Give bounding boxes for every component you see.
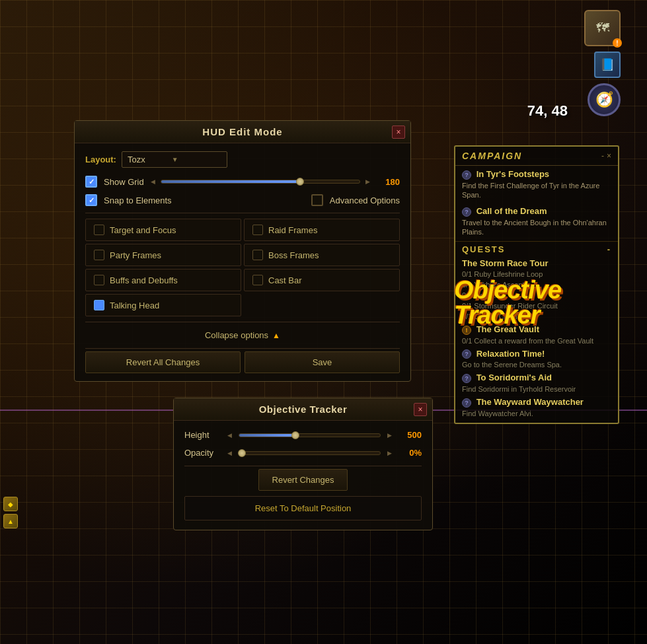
module-talking-label: Talking Head bbox=[110, 301, 159, 310]
grid-slider-thumb[interactable] bbox=[296, 178, 304, 186]
module-raid-label: Raid Frames bbox=[268, 225, 317, 235]
quest-icon-1: ? bbox=[462, 170, 471, 180]
layout-value: Tozx bbox=[128, 155, 145, 164]
reset-default-button[interactable]: Reset To Default Position bbox=[184, 496, 422, 520]
quests-collapse[interactable]: - bbox=[607, 244, 611, 254]
opacity-slider-track[interactable] bbox=[239, 451, 381, 455]
collapse-row[interactable]: Collapse options ▲ bbox=[85, 325, 400, 345]
module-boss-frames[interactable]: Boss Frames bbox=[244, 244, 400, 266]
height-slider-track[interactable] bbox=[239, 433, 381, 437]
objective-tracker-panel: Objective Tracker × Height ◀ ▶ 500 Opaci… bbox=[173, 398, 433, 530]
campaign-item-1-title: ? In Tyr's Footsteps bbox=[462, 169, 611, 180]
campaign-item-2: ? Call of the Dream Travel to the Ancien… bbox=[455, 203, 618, 240]
obj-panel-body: Height ◀ ▶ 500 Opacity ◀ ▶ 0% Revert Cha… bbox=[174, 421, 432, 530]
grid-slider-value: 180 bbox=[377, 177, 400, 187]
quest-warn-icon: ! bbox=[462, 326, 471, 335]
opacity-slider-thumb[interactable] bbox=[238, 449, 246, 457]
show-grid-label: Show Grid bbox=[104, 177, 144, 187]
quest-soridormi: ? To Soridormi's Aid bbox=[455, 370, 618, 384]
module-talking-head[interactable]: Talking Head bbox=[85, 294, 241, 316]
warning-icon: ▲ bbox=[272, 331, 280, 340]
obj-panel-header: Objective Tracker × bbox=[174, 398, 432, 421]
snap-check-mark: ✓ bbox=[89, 196, 95, 205]
hud-panel-header: HUD Edit Mode × bbox=[75, 121, 410, 143]
check-mark: ✓ bbox=[89, 178, 95, 186]
campaign-item-1: ? In Tyr's Footsteps Find the First Chal… bbox=[455, 166, 618, 203]
grid-slider-row: ◀ ▶ bbox=[151, 178, 370, 185]
tracker-bg: CAMPAIGN - × ? In Tyr's Footsteps Find t… bbox=[454, 145, 619, 424]
module-talking-checkbox bbox=[94, 300, 104, 310]
quest-stormrace: The Storm Race Tour bbox=[455, 256, 618, 269]
action-buttons: Revert All Changes Save bbox=[85, 351, 400, 373]
layout-dropdown[interactable]: Tozx ▼ bbox=[122, 151, 227, 168]
show-grid-checkbox[interactable]: ✓ bbox=[85, 176, 97, 188]
campaign-close[interactable]: × bbox=[607, 151, 611, 161]
opacity-value: 0% bbox=[399, 448, 422, 458]
quest-relax: ? Relaxation Time! bbox=[455, 346, 618, 360]
height-slider-thumb[interactable] bbox=[291, 431, 299, 439]
save-button[interactable]: Save bbox=[245, 351, 400, 373]
adv-options-row: Advanced Options bbox=[311, 194, 400, 206]
modules-grid: Target and Focus Raid Frames Party Frame… bbox=[85, 219, 400, 316]
quest-stormrace-1: 0/1 Ruby Lifeshrine Loop bbox=[455, 269, 618, 279]
module-raid-checkbox bbox=[252, 225, 263, 235]
quest-q-icon-4: ? bbox=[462, 374, 471, 383]
separator-2 bbox=[85, 322, 400, 322]
separator-3 bbox=[85, 348, 400, 349]
obj-panel-title: Objective Tracker bbox=[259, 404, 348, 415]
opacity-label: Opacity bbox=[184, 448, 221, 458]
hud-close-button[interactable]: × bbox=[392, 125, 405, 139]
layout-label: Layout: bbox=[85, 155, 116, 164]
map-icon[interactable]: 🗺 ! bbox=[584, 10, 621, 46]
top-right-icons: 🗺 ! 📘 🧭 bbox=[584, 10, 621, 116]
slider-left-arrow[interactable]: ◀ bbox=[151, 178, 155, 185]
small-icon-2[interactable]: ▲ bbox=[3, 514, 18, 528]
snap-label: Snap to Elements bbox=[104, 196, 172, 205]
module-party-checkbox bbox=[94, 250, 104, 260]
hud-edit-panel: HUD Edit Mode × Layout: Tozx ▼ ✓ Show Gr… bbox=[74, 120, 411, 382]
campaign-title: CAMPAIGN bbox=[462, 151, 522, 161]
module-cast-label: Cast Bar bbox=[268, 275, 302, 285]
grid-slider-track[interactable] bbox=[161, 180, 360, 184]
revert-changes-button[interactable]: Revert Changes bbox=[258, 469, 348, 491]
opacity-right-arrow[interactable]: ▶ bbox=[387, 450, 392, 456]
height-right-arrow[interactable]: ▶ bbox=[387, 432, 392, 439]
height-left-arrow[interactable]: ◀ bbox=[227, 432, 232, 439]
module-party-frames[interactable]: Party Frames bbox=[85, 244, 241, 266]
quest-q-icon-3: ? bbox=[462, 349, 471, 359]
book-icon[interactable]: 📘 bbox=[594, 52, 621, 78]
quest-vault-1: 0/1 Collect a reward from the Great Vaul… bbox=[455, 336, 618, 346]
module-target-focus[interactable]: Target and Focus bbox=[85, 219, 241, 241]
campaign-item-2-title: ? Call of the Dream bbox=[462, 206, 611, 217]
small-icon-1[interactable]: ◆ bbox=[3, 497, 18, 511]
slider-right-arrow[interactable]: ▶ bbox=[365, 178, 370, 185]
module-buffs-label: Buffs and Debuffs bbox=[110, 275, 178, 285]
adv-options-label: Advanced Options bbox=[330, 196, 400, 205]
adv-options-checkbox[interactable] bbox=[311, 194, 323, 206]
quest-stormrace-3: 0/1 Tyr's… bbox=[455, 290, 618, 301]
height-slider-fill bbox=[239, 434, 295, 437]
opacity-row: Opacity ◀ ▶ 0% bbox=[184, 448, 422, 458]
opacity-left-arrow[interactable]: ◀ bbox=[227, 450, 232, 456]
module-buffs-debuffs[interactable]: Buffs and Debuffs bbox=[85, 269, 241, 291]
grid-slider-fill bbox=[161, 180, 300, 183]
snap-checkbox[interactable]: ✓ bbox=[85, 194, 97, 206]
quest-soridormi-1: Find Soridormi in Tyrhold Reservoir bbox=[455, 384, 618, 394]
campaign-collapse[interactable]: - bbox=[601, 151, 604, 161]
module-raid-frames[interactable]: Raid Frames bbox=[244, 219, 400, 241]
quest-vault: ! The Great Vault bbox=[455, 322, 618, 336]
module-target-label: Target and Focus bbox=[110, 225, 176, 235]
quest-stormrace-5: 0/1 Crystal Circuit bbox=[455, 311, 618, 322]
quest-q-icon-5: ? bbox=[462, 398, 471, 408]
obj-panel-close[interactable]: × bbox=[414, 403, 427, 416]
hud-panel-body: Layout: Tozx ▼ ✓ Show Grid ◀ ▶ 180 bbox=[75, 143, 410, 381]
module-target-checkbox bbox=[94, 225, 104, 235]
obj-separator bbox=[184, 466, 422, 466]
quest-relax-1: Go to the Serene Dreams Spa. bbox=[455, 359, 618, 370]
compass-icon[interactable]: 🧭 bbox=[588, 83, 621, 116]
revert-all-button[interactable]: Revert All Changes bbox=[85, 351, 241, 373]
module-cast-bar[interactable]: Cast Bar bbox=[244, 269, 400, 291]
module-boss-label: Boss Frames bbox=[268, 250, 319, 260]
campaign-item-2-desc: Travel to the Ancient Bough in the Ohn'a… bbox=[462, 218, 611, 237]
quest-waywatcher: ? The Wayward Waywatcher bbox=[455, 394, 618, 408]
